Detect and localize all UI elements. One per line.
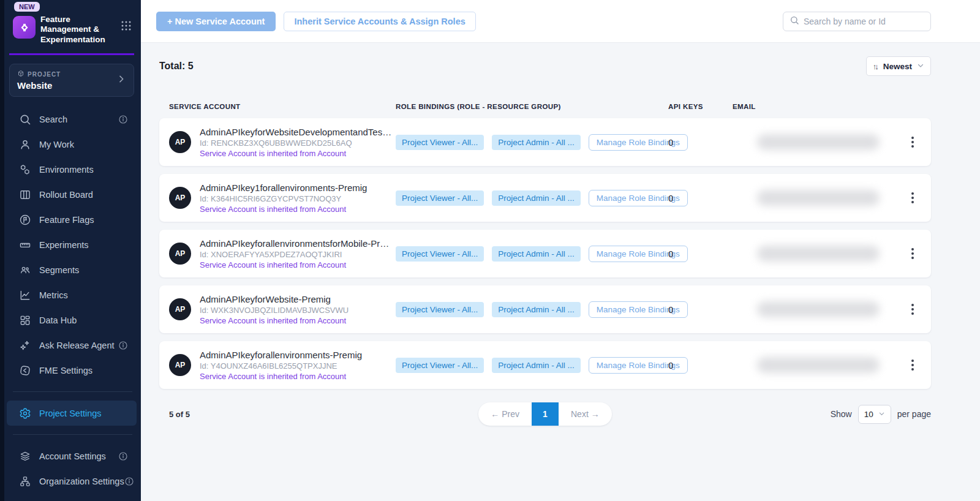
sidebar-item-ask-release-agent[interactable]: Ask Release Agent <box>7 333 137 358</box>
service-account-name: AdminAPIkeyforWebsiteDevelopmentandTesti… <box>200 127 393 137</box>
row-menu-button[interactable] <box>904 133 921 151</box>
chevron-down-icon <box>917 61 924 72</box>
sidebar-item-my-work[interactable]: My Work <box>7 132 137 157</box>
info-icon[interactable] <box>118 451 128 461</box>
table-row: AP AdminAPIkeyforWebsiteDevelopmentandTe… <box>159 118 931 166</box>
pager: ← Prev 1 Next → <box>478 402 611 426</box>
api-keys-count: 0 <box>668 137 733 148</box>
per-page-label: per page <box>897 409 931 419</box>
sidebar-item-segments[interactable]: Segments <box>7 257 137 282</box>
gear-icon <box>18 407 31 420</box>
info-icon[interactable] <box>124 477 134 486</box>
service-account-name: AdminAPIkeyforallenvironments-Premig <box>200 350 362 360</box>
row-menu-button[interactable] <box>904 300 921 318</box>
service-account-id: Id: XNOERAFYYA5XPDEZ7AOQTJKIRI <box>200 250 393 259</box>
show-label: Show <box>831 409 852 419</box>
current-page-button[interactable]: 1 <box>532 402 559 426</box>
sidebar-item-label: Segments <box>39 265 128 275</box>
info-icon[interactable] <box>118 341 128 350</box>
content: Total: 5 ↑↓ Newest SERVICE ACCOUNT ROLE … <box>141 43 980 501</box>
fme-icon <box>18 364 31 377</box>
kebab-icon <box>911 360 914 362</box>
search-input[interactable] <box>804 17 924 26</box>
role-binding-badge[interactable]: Project Admin - All ... <box>492 135 581 150</box>
sidebar-item-label: Project Settings <box>39 409 128 418</box>
sidebar-item-experiments[interactable]: Experiments <box>7 232 137 257</box>
avatar: AP <box>169 354 191 376</box>
squares-icon <box>18 314 31 326</box>
service-account-list: AP AdminAPIkeyforWebsiteDevelopmentandTe… <box>159 118 931 389</box>
sidebar-item-organization-settings[interactable]: Organization Settings <box>7 469 137 494</box>
sidebar-item-project-settings[interactable]: Project Settings <box>7 401 137 426</box>
brand-underline <box>9 53 134 55</box>
sidebar-item-label: Ask Release Agent <box>39 341 118 350</box>
inherited-note: Service Account is inherited from Accoun… <box>200 372 362 381</box>
search-icon <box>790 15 799 28</box>
row-menu-button[interactable] <box>904 356 921 374</box>
inherit-service-accounts-button[interactable]: Inherit Service Accounts & Assign Roles <box>284 12 475 31</box>
role-binding-badge[interactable]: Project Admin - All ... <box>492 302 581 317</box>
sidebar-item-account-settings[interactable]: Account Settings <box>7 443 137 469</box>
ruler-icon <box>18 238 31 251</box>
sidebar-item-label: Data Hub <box>39 315 128 325</box>
toolbar: + New Service Account Inherit Service Ac… <box>141 0 980 43</box>
column-header-role-bindings: ROLE BINDINGS (ROLE - RESOURCE GROUP) <box>396 103 668 110</box>
page-summary: 5 of 5 <box>159 410 478 419</box>
sidebar-divider <box>13 391 132 392</box>
kebab-icon <box>911 137 914 139</box>
page-size-value: 10 <box>864 410 873 419</box>
table-header-row: SERVICE ACCOUNT ROLE BINDINGS (ROLE - RE… <box>159 103 931 110</box>
column-header-service-account: SERVICE ACCOUNT <box>169 103 396 110</box>
apps-grid-icon[interactable] <box>120 20 132 34</box>
project-selector[interactable]: PROJECT Website <box>9 64 134 97</box>
new-badge: NEW <box>14 2 40 12</box>
role-binding-badge[interactable]: Project Viewer - All... <box>396 135 484 150</box>
sidebar-item-fme-settings[interactable]: FME Settings <box>7 358 137 383</box>
service-account-name: AdminAPIkeyforallenvironmentsforMobile-P… <box>200 238 393 249</box>
project-eyebrow-label: PROJECT <box>28 71 61 78</box>
role-binding-badge[interactable]: Project Admin - All ... <box>492 246 581 262</box>
sidebar-item-rollout-board[interactable]: Rollout Board <box>7 182 137 207</box>
sidebar-nav: Search My Work Environments Rollout Boar… <box>4 100 141 494</box>
sidebar-item-metrics[interactable]: Metrics <box>7 282 137 307</box>
table-row: AP AdminAPIkeyforallenvironments-Premig … <box>159 341 931 389</box>
sort-value: Newest <box>883 62 912 71</box>
sort-arrows-icon: ↑↓ <box>873 62 878 71</box>
email-redacted <box>757 246 880 262</box>
sidebar-item-search[interactable]: Search <box>7 107 137 132</box>
project-icon <box>17 70 24 78</box>
sidebar-item-feature-flags[interactable]: Feature Flags <box>7 207 137 232</box>
email-redacted <box>757 134 880 150</box>
next-page-button[interactable]: Next → <box>559 402 612 426</box>
inherited-note: Service Account is inherited from Accoun… <box>200 260 393 269</box>
new-service-account-button[interactable]: + New Service Account <box>156 12 276 31</box>
sidebar-item-environments[interactable]: Environments <box>7 157 137 182</box>
row-menu-button[interactable] <box>904 189 921 207</box>
prev-page-button[interactable]: ← Prev <box>478 402 532 426</box>
page-size-dropdown[interactable]: 10 <box>858 405 891 424</box>
role-binding-badge[interactable]: Project Viewer - All... <box>396 302 484 317</box>
api-keys-count: 0 <box>668 193 733 203</box>
hexagons-icon <box>18 163 31 176</box>
brand-header: NEW Feature Management & Experimentation <box>4 0 141 52</box>
sidebar-divider <box>13 434 132 435</box>
role-binding-badge[interactable]: Project Viewer - All... <box>396 246 484 262</box>
line-chart-icon <box>18 288 31 301</box>
avatar: AP <box>169 187 191 209</box>
sidebar-item-data-hub[interactable]: Data Hub <box>7 307 137 333</box>
api-keys-count: 0 <box>668 249 733 259</box>
role-binding-badge[interactable]: Project Admin - All ... <box>492 190 581 206</box>
table-row: AP AdminAPIkeyforallenvironmentsforMobil… <box>159 230 931 277</box>
sort-dropdown[interactable]: ↑↓ Newest <box>866 56 931 76</box>
avatar: AP <box>169 298 191 320</box>
role-binding-badge[interactable]: Project Viewer - All... <box>396 190 484 206</box>
role-binding-badge[interactable]: Project Viewer - All... <box>396 358 484 373</box>
sidebar-item-label: Account Settings <box>39 451 118 461</box>
row-menu-button[interactable] <box>904 244 921 263</box>
search-box <box>783 12 931 31</box>
role-binding-badge[interactable]: Project Admin - All ... <box>492 358 581 373</box>
service-account-id: Id: RENCKBZ3XQ6UBBWWEDKD25L6AQ <box>200 138 393 148</box>
sidebar-item-label: Organization Settings <box>39 477 124 486</box>
info-icon[interactable] <box>118 115 128 124</box>
service-account-name: AdminAPIkeyforWebsite-Premig <box>200 294 349 304</box>
